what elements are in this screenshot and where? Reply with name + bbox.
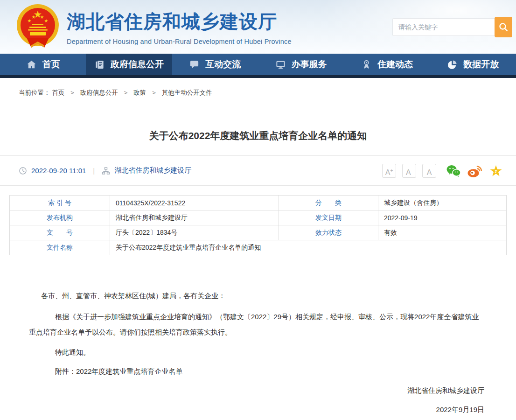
breadcrumb-separator: > bbox=[152, 89, 156, 96]
meta-pipe: | bbox=[93, 167, 95, 175]
share-weibo-button[interactable] bbox=[467, 164, 483, 178]
article-meta-row: 2022-09-20 11:01 | 湖北省住房和城乡建设厅 A+ A- A bbox=[0, 156, 516, 185]
svg-text:z: z bbox=[495, 169, 497, 174]
national-emblem-icon: ★ ★ ★ ★ ★ bbox=[15, 4, 60, 49]
svg-text:★: ★ bbox=[32, 14, 36, 20]
nav-item-gov-info[interactable]: 政府信息公开 bbox=[86, 54, 172, 75]
share-wechat-button[interactable] bbox=[446, 164, 461, 177]
meta-issue-date-label: 发文日期 bbox=[279, 210, 378, 225]
breadcrumb-policy[interactable]: 政策 bbox=[133, 89, 146, 96]
font-decrease-sup: - bbox=[411, 168, 412, 173]
breadcrumb-separator: > bbox=[70, 89, 74, 96]
nav-item-label: 互动交流 bbox=[205, 58, 241, 70]
monitor-icon bbox=[275, 59, 286, 70]
org-sitemap-icon bbox=[102, 167, 110, 175]
meta-validity-label: 效力状态 bbox=[279, 225, 378, 240]
pie-chart-icon bbox=[447, 59, 458, 70]
svg-text:★: ★ bbox=[28, 18, 32, 23]
meta-issuer-value: 湖北省住房和城乡建设厅 bbox=[110, 210, 279, 225]
font-reset-label: A bbox=[427, 168, 432, 176]
favorite-qzone-button[interactable]: z bbox=[489, 164, 503, 178]
site-title-block: 湖北省住房和城乡建设厅 Department of Housing and Ur… bbox=[67, 9, 292, 45]
site-subtitle: Department of Housing and Urban-Rural De… bbox=[67, 38, 292, 45]
font-decrease-button[interactable]: A- bbox=[402, 164, 416, 178]
meta-index-label: 索 引 号 bbox=[10, 196, 110, 210]
breadcrumb-current[interactable]: 其他主动公开文件 bbox=[162, 89, 212, 96]
nav-item-news[interactable]: 住建动态 bbox=[344, 54, 430, 75]
body-notice-line: 特此通知。 bbox=[29, 344, 484, 360]
article-meta-left: 2022-09-20 11:01 | 湖北省住房和城乡建设厅 bbox=[19, 166, 191, 175]
svg-text:★: ★ bbox=[40, 14, 44, 20]
main-nav: 首页 政府信息公开 互动交流 办事服务 bbox=[0, 54, 516, 78]
article: 关于公布2022年度建筑业重点培育企业名单的通知 2022-09-20 11:0… bbox=[0, 129, 516, 417]
search-icon bbox=[498, 22, 509, 32]
meta-doc-no-value: 厅头〔2022〕1834号 bbox=[110, 225, 279, 240]
meta-doc-no-label: 文 号 bbox=[10, 225, 110, 240]
font-increase-button[interactable]: A+ bbox=[382, 164, 396, 178]
search-input[interactable] bbox=[392, 18, 495, 36]
meta-table: 索 引 号 01104325X/2022-31522 分 类 城乡建设（含住房）… bbox=[9, 195, 507, 255]
body-attachment-line: 附件：2022年度建筑业重点培育企业名单 bbox=[29, 364, 484, 379]
chat-bubble-icon bbox=[189, 59, 200, 70]
weibo-icon bbox=[467, 164, 483, 178]
breadcrumb-prefix: 当前位置： bbox=[19, 89, 50, 96]
article-source: 湖北省住房和城乡建设厅 bbox=[114, 166, 191, 175]
meta-category-value: 城乡建设（含住房） bbox=[378, 196, 507, 210]
site-header: ★ ★ ★ ★ ★ 湖北省住房和城乡建设厅 Department of Hous… bbox=[0, 0, 516, 54]
breadcrumb-separator: > bbox=[124, 89, 127, 96]
article-title: 关于公布2022年度建筑业重点培育企业名单的通知 bbox=[0, 129, 516, 142]
meta-index-value: 01104325X/2022-31522 bbox=[110, 196, 279, 210]
font-increase-sup: + bbox=[390, 168, 393, 173]
body-sign-date: 2022年9月19日 bbox=[29, 402, 484, 417]
site-search bbox=[392, 17, 512, 37]
nav-item-home[interactable]: 首页 bbox=[0, 54, 86, 75]
meta-row-3: 文 号 厅头〔2022〕1834号 效力状态 有效 bbox=[10, 225, 507, 240]
meta-row-1: 索 引 号 01104325X/2022-31522 分 类 城乡建设（含住房） bbox=[10, 196, 507, 210]
body-salutation: 各市、州、直管市、神农架林区住(城）建局，各有关企业： bbox=[29, 288, 484, 303]
nav-item-open-data[interactable]: 数据开放 bbox=[430, 54, 516, 75]
wechat-icon bbox=[446, 164, 461, 177]
home-icon bbox=[26, 59, 37, 70]
badge-icon bbox=[361, 59, 372, 70]
search-button[interactable] bbox=[495, 17, 512, 37]
divider bbox=[0, 185, 516, 186]
meta-validity-value: 有效 bbox=[378, 225, 507, 240]
star-icon: z bbox=[489, 164, 503, 178]
national-emblem-logo: ★ ★ ★ ★ ★ bbox=[15, 4, 60, 51]
nav-item-label: 数据开放 bbox=[463, 58, 499, 70]
nav-item-label: 住建动态 bbox=[377, 58, 413, 70]
site-title: 湖北省住房和城乡建设厅 bbox=[67, 9, 292, 35]
meta-issuer-label: 发布机构 bbox=[10, 210, 110, 225]
article-meta-right: A+ A- A bbox=[382, 164, 503, 178]
svg-text:★: ★ bbox=[44, 18, 49, 23]
clock-icon bbox=[19, 167, 27, 175]
article-body: 各市、州、直管市、神农架林区住(城）建局，各有关企业： 根据《关于进一步加强建筑… bbox=[29, 288, 484, 417]
nav-item-services[interactable]: 办事服务 bbox=[258, 54, 344, 75]
font-decrease-label: A bbox=[406, 168, 411, 176]
publish-time: 2022-09-20 11:01 bbox=[31, 167, 86, 175]
meta-row-4: 文件名称 关于公布2022年度建筑业重点培育企业名单的通知 bbox=[10, 240, 507, 255]
font-increase-label: A bbox=[385, 168, 390, 176]
nav-item-label: 办事服务 bbox=[292, 58, 327, 70]
breadcrumb-home[interactable]: 首页 bbox=[52, 89, 64, 96]
meta-category-label: 分 类 bbox=[279, 196, 378, 210]
nav-item-label: 首页 bbox=[42, 58, 60, 70]
meta-issue-date-value: 2022-09-19 bbox=[378, 210, 507, 225]
nav-item-interaction[interactable]: 互动交流 bbox=[172, 54, 258, 75]
breadcrumb-gov-info[interactable]: 政府信息公开 bbox=[80, 89, 118, 96]
body-signature: 湖北省住房和城乡建设厅 bbox=[29, 383, 484, 398]
nav-item-label: 政府信息公开 bbox=[111, 58, 164, 70]
body-paragraph: 根据《关于进一步加强建筑业重点企业培育的通知》（鄂建文〔2022〕29号）相关规… bbox=[29, 309, 484, 340]
breadcrumb: 当前位置： 首页 > 政府信息公开 > 政策 > 其他主动公开文件 bbox=[0, 78, 516, 97]
meta-doc-title-label: 文件名称 bbox=[10, 240, 110, 255]
meta-row-2: 发布机构 湖北省住房和城乡建设厅 发文日期 2022-09-19 bbox=[10, 210, 507, 225]
document-icon bbox=[94, 59, 105, 70]
meta-doc-title-value: 关于公布2022年度建筑业重点培育企业名单的通知 bbox=[110, 240, 507, 255]
font-reset-button[interactable]: A bbox=[422, 164, 436, 178]
